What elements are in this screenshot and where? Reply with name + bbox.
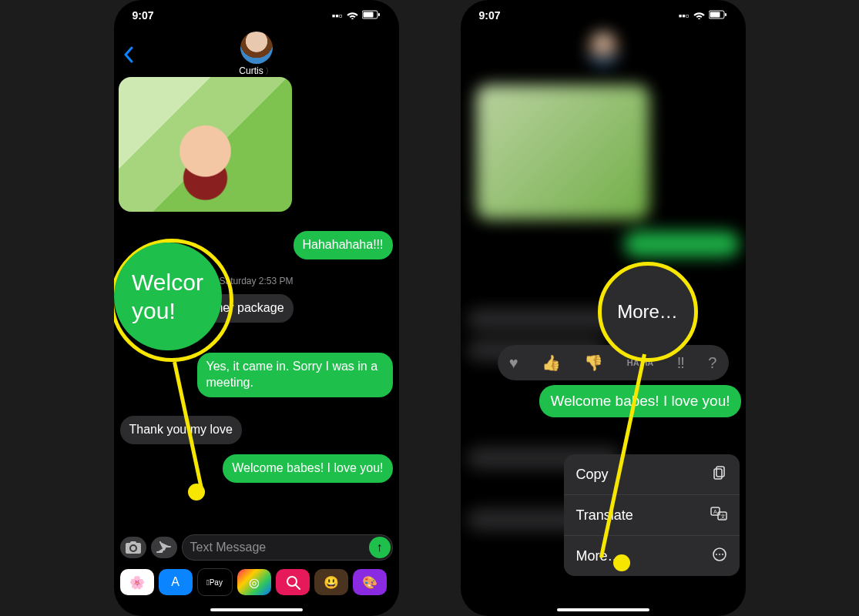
contact-name-label: Curtis: [239, 65, 263, 76]
svg-text:文: 文: [720, 514, 726, 519]
chevron-right-icon: 〉: [265, 65, 273, 77]
message-placeholder: Text Message: [190, 541, 267, 554]
wifi-icon: [347, 10, 358, 22]
tapback-thumbs-up[interactable]: 👍: [542, 353, 561, 372]
message-received[interactable]: Thank you my love: [120, 416, 242, 444]
tapback-bar: ♥ 👍 👎 HA HA ‼ ?: [498, 345, 729, 380]
menu-more-label: More…: [576, 548, 622, 564]
conversation-scroll[interactable]: Hahahahaha!!! Saturday 2:53 PM Eye out f…: [114, 77, 399, 508]
svg-line-4: [296, 585, 300, 589]
conversation-header: Curtis 〉: [114, 31, 399, 77]
phone-right-screenshot: 9:07 ▪▪▫ ♥ 👍 👎 HA HA ‼ ? Welcome babes! …: [461, 0, 746, 616]
message-image[interactable]: [119, 77, 292, 212]
contact-avatar[interactable]: [240, 32, 273, 64]
message-sent[interactable]: Hahahahaha!!!: [294, 231, 393, 259]
app-music[interactable]: [276, 569, 310, 595]
status-time: 9:07: [479, 9, 501, 22]
svg-point-3: [287, 577, 297, 586]
menu-copy-label: Copy: [576, 467, 609, 483]
svg-point-15: [716, 554, 717, 555]
send-button[interactable]: ↑: [369, 537, 391, 558]
phone-left-screenshot: 9:07 ▪▪▫ Curtis 〉 Hahahahaha!!! Saturday…: [114, 0, 399, 616]
menu-copy[interactable]: Copy: [564, 454, 740, 494]
status-bar: 9:07 ▪▪▫: [114, 0, 399, 31]
context-menu: Copy Translate A文 More…: [564, 454, 740, 576]
tapback-heart[interactable]: ♥: [509, 354, 518, 372]
more-icon: [712, 547, 727, 566]
translate-icon: A文: [710, 507, 727, 524]
wifi-icon: [693, 10, 705, 22]
app-photos[interactable]: 🌸: [120, 569, 154, 595]
svg-rect-1: [363, 12, 373, 17]
contact-name-button[interactable]: Curtis 〉: [239, 65, 273, 77]
svg-text:A: A: [713, 509, 717, 514]
message-received[interactable]: Eye out for another package: [120, 294, 294, 323]
imessage-app-tray: 🌸 A Pay ◎ 😃 🎨: [114, 567, 399, 598]
copy-icon: [712, 465, 727, 484]
camera-button[interactable]: [120, 537, 146, 558]
status-time: 9:07: [133, 9, 154, 22]
message-sent[interactable]: Yes, it came in. Sorry I was in a meetin…: [197, 353, 393, 397]
tapback-exclaim[interactable]: ‼: [677, 354, 685, 372]
message-sent-highlighted[interactable]: Welcome babes! I love you!: [223, 454, 392, 483]
cellular-icon: ▪▪▫: [679, 10, 690, 22]
app-appstore[interactable]: A: [159, 569, 193, 595]
focused-message-text: Welcome babes! I love you!: [539, 385, 740, 417]
svg-point-16: [719, 554, 720, 555]
status-icons: ▪▪▫: [679, 10, 727, 22]
svg-rect-9: [714, 469, 722, 479]
menu-translate[interactable]: Translate A文: [564, 494, 740, 535]
battery-icon: [362, 10, 381, 22]
status-bar: 9:07 ▪▪▫: [461, 0, 746, 31]
message-input[interactable]: Text Message ↑: [182, 534, 393, 561]
menu-more[interactable]: More…: [564, 535, 740, 576]
app-applepay[interactable]: Pay: [197, 568, 233, 596]
svg-rect-8: [716, 467, 724, 477]
compose-bar: Text Message ↑: [114, 531, 399, 564]
app-stickers[interactable]: 🎨: [353, 569, 387, 595]
status-icons: ▪▪▫: [332, 10, 381, 22]
cellular-icon: ▪▪▫: [332, 10, 343, 22]
focused-message[interactable]: Welcome babes! I love you!: [539, 385, 740, 417]
tapback-haha[interactable]: HA HA: [627, 359, 653, 367]
svg-rect-2: [378, 13, 380, 16]
tapback-question[interactable]: ?: [708, 354, 716, 372]
home-indicator[interactable]: [557, 608, 649, 611]
svg-rect-6: [710, 12, 720, 17]
apps-button[interactable]: [151, 537, 177, 558]
battery-icon: [709, 10, 727, 22]
app-fitness[interactable]: ◎: [237, 569, 271, 595]
back-button[interactable]: [123, 45, 134, 69]
home-indicator[interactable]: [210, 608, 303, 611]
app-memoji[interactable]: 😃: [314, 569, 348, 595]
svg-rect-7: [725, 13, 726, 16]
svg-point-17: [722, 554, 723, 555]
menu-translate-label: Translate: [576, 507, 633, 524]
tapback-thumbs-down[interactable]: 👎: [584, 353, 603, 372]
timestamp-label: Saturday 2:53 PM: [114, 276, 399, 286]
